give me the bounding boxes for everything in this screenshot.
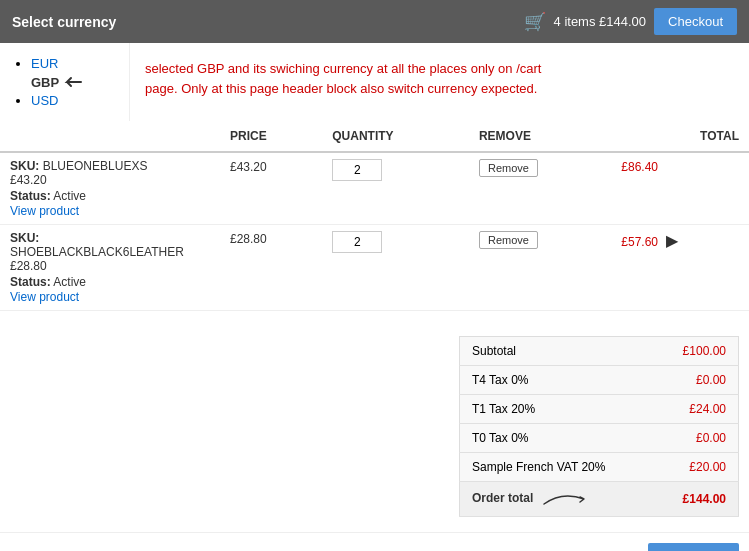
remove-cell-2[interactable]: Remove — [469, 225, 611, 311]
view-product-link-2[interactable]: View product — [10, 290, 79, 304]
cart-table-body: SKU: BLUEONEBLUEXS £43.20 Status: Active… — [0, 152, 749, 311]
order-total-arrow-icon — [542, 489, 592, 509]
sku-label-2: SKU: — [10, 231, 39, 245]
bottom-buttons: Update cart Checkout — [0, 532, 749, 551]
status-label-2: Status: — [10, 275, 51, 289]
order-total-label: Order total — [460, 482, 655, 517]
summary-table: Subtotal £100.00 T4 Tax 0% £0.00 T1 Tax … — [459, 336, 739, 517]
price-cell-2: £28.80 — [220, 225, 322, 311]
cart-table-header: PRICE QUANTITY REMOVE TOTAL — [0, 121, 749, 152]
summary-amount-subtotal: £100.00 — [655, 337, 739, 366]
gbp-link[interactable]: GBP — [31, 75, 59, 90]
table-row: SKU: SHOEBLACKBLACK6LEATHER £28.80 Statu… — [0, 225, 749, 311]
summary-row-t1: T1 Tax 20% £24.00 — [460, 395, 739, 424]
status-1: Status: Active — [10, 189, 210, 203]
page-title: Select currency — [12, 14, 116, 30]
status-2: Status: Active — [10, 275, 210, 289]
qty-input-2[interactable] — [332, 231, 382, 253]
total-cell-1: £86.40 — [611, 152, 749, 225]
summary-section: Subtotal £100.00 T4 Tax 0% £0.00 T1 Tax … — [0, 321, 749, 532]
currency-usd[interactable]: USD — [31, 93, 114, 108]
cart-total: £144.00 — [599, 14, 646, 29]
summary-amount-t1: £24.00 — [655, 395, 739, 424]
usd-link[interactable]: USD — [31, 93, 58, 108]
summary-row-order-total: Order total £144.00 — [460, 482, 739, 517]
status-label-1: Status: — [10, 189, 51, 203]
sku-2: SKU: SHOEBLACKBLACK6LEATHER — [10, 231, 210, 259]
summary-label-t0: T0 Tax 0% — [460, 424, 655, 453]
view-product-link-1[interactable]: View product — [10, 204, 79, 218]
cart-count: 4 items — [554, 14, 596, 29]
col-total: TOTAL — [611, 121, 749, 152]
header-right: 🛒 4 items £144.00 Checkout — [524, 8, 737, 35]
qty-input-1[interactable] — [332, 159, 382, 181]
summary-row-t4: T4 Tax 0% £0.00 — [460, 366, 739, 395]
remove-cell-1[interactable]: Remove — [469, 152, 611, 225]
total-2: £57.60 — [621, 235, 658, 249]
header-bar: Select currency 🛒 4 items £144.00 Checko… — [0, 0, 749, 43]
summary-body: Subtotal £100.00 T4 Tax 0% £0.00 T1 Tax … — [460, 337, 739, 517]
currency-gbp[interactable]: GBP — [31, 74, 114, 90]
row2-arrow-icon: ▶ — [666, 232, 678, 249]
summary-label-t1: T1 Tax 20% — [460, 395, 655, 424]
note-text: selected GBP and its swiching currency a… — [135, 51, 555, 106]
col-quantity: QUANTITY — [322, 121, 469, 152]
col-remove: REMOVE — [469, 121, 611, 152]
price-below-1: £43.20 — [10, 173, 210, 187]
qty-cell-2[interactable] — [322, 225, 469, 311]
top-section: EUR GBP USD selected GBP and its swichin… — [0, 43, 749, 121]
qty-cell-1[interactable] — [322, 152, 469, 225]
eur-link[interactable]: EUR — [31, 56, 58, 71]
price-below-2: £28.80 — [10, 259, 210, 273]
price-cell-1: £43.20 — [220, 152, 322, 225]
summary-row-subtotal: Subtotal £100.00 — [460, 337, 739, 366]
cart-icon: 🛒 — [524, 11, 546, 33]
header-checkout-button[interactable]: Checkout — [654, 8, 737, 35]
summary-label-subtotal: Subtotal — [460, 337, 655, 366]
col-product — [0, 121, 220, 152]
summary-label-t4: T4 Tax 0% — [460, 366, 655, 395]
table-row: SKU: BLUEONEBLUEXS £43.20 Status: Active… — [0, 152, 749, 225]
sku-value-1: BLUEONEBLUEXS — [43, 159, 148, 173]
product-info-2: SKU: SHOEBLACKBLACK6LEATHER £28.80 Statu… — [0, 225, 220, 311]
view-product-1[interactable]: View product — [10, 203, 210, 218]
page-wrapper: Select currency 🛒 4 items £144.00 Checko… — [0, 0, 749, 551]
sku-value-2: SHOEBLACKBLACK6LEATHER — [10, 245, 184, 259]
cart-area: PRICE QUANTITY REMOVE TOTAL SKU: BLUEONE… — [0, 121, 749, 551]
summary-row-t0: T0 Tax 0% £0.00 — [460, 424, 739, 453]
note-area: selected GBP and its swiching currency a… — [130, 43, 749, 121]
price-1: £43.20 — [230, 160, 267, 174]
cart-summary: 4 items £144.00 — [554, 14, 647, 29]
summary-amount-t0: £0.00 — [655, 424, 739, 453]
product-info-1: SKU: BLUEONEBLUEXS £43.20 Status: Active… — [0, 152, 220, 225]
status-value-2: Active — [53, 275, 86, 289]
gbp-arrow-icon — [63, 74, 83, 90]
sku-label-1: SKU: — [10, 159, 39, 173]
col-price: PRICE — [220, 121, 322, 152]
currency-sidebar: EUR GBP USD — [0, 43, 130, 121]
status-value-1: Active — [53, 189, 86, 203]
order-total-label-text: Order total — [472, 491, 533, 505]
summary-row-vat: Sample French VAT 20% £20.00 — [460, 453, 739, 482]
remove-button-1[interactable]: Remove — [479, 159, 538, 177]
summary-amount-t4: £0.00 — [655, 366, 739, 395]
view-product-2[interactable]: View product — [10, 289, 210, 304]
summary-amount-vat: £20.00 — [655, 453, 739, 482]
order-total-amount: £144.00 — [655, 482, 739, 517]
price-2: £28.80 — [230, 232, 267, 246]
remove-button-2[interactable]: Remove — [479, 231, 538, 249]
sku-1: SKU: BLUEONEBLUEXS — [10, 159, 210, 173]
summary-label-vat: Sample French VAT 20% — [460, 453, 655, 482]
total-cell-2: £57.60 ▶ — [611, 225, 749, 311]
currency-list: EUR GBP USD — [15, 56, 114, 108]
total-1: £86.40 — [621, 160, 658, 174]
currency-eur[interactable]: EUR — [31, 56, 114, 71]
cart-table: PRICE QUANTITY REMOVE TOTAL SKU: BLUEONE… — [0, 121, 749, 311]
checkout-button[interactable]: Checkout — [648, 543, 739, 551]
